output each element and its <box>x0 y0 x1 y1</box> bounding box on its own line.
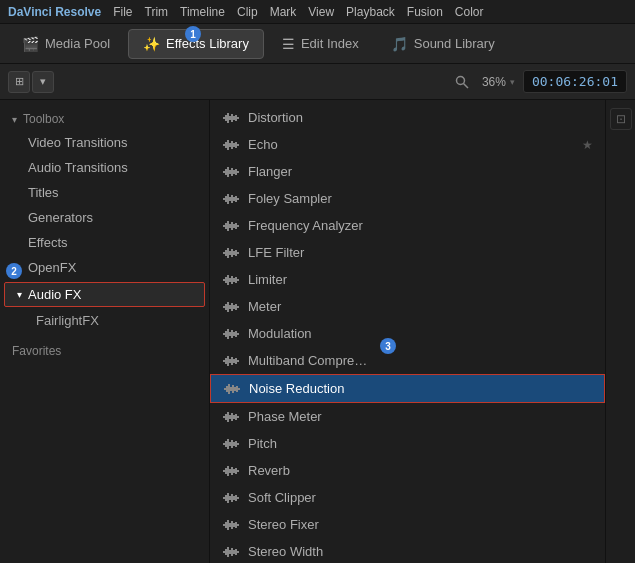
svg-rect-5 <box>229 116 231 120</box>
sidebar-item-video-transitions[interactable]: Video Transitions <box>0 130 209 155</box>
svg-rect-120 <box>235 495 237 501</box>
svg-rect-98 <box>223 443 225 445</box>
audio-fx-section[interactable]: ▾ Audio FX <box>4 282 205 307</box>
svg-rect-129 <box>237 524 239 526</box>
effect-item[interactable]: Meter <box>210 293 605 320</box>
panel-toggle: ⊞ ▾ <box>8 71 54 93</box>
tab-media-pool[interactable]: 🎬 Media Pool <box>8 30 124 58</box>
sidebar-item-openfx[interactable]: OpenFX <box>0 255 209 280</box>
svg-rect-134 <box>231 548 233 556</box>
panel-toggle-btn[interactable]: ⊞ <box>8 71 30 93</box>
effect-item[interactable]: Multiband Compre… <box>210 347 605 374</box>
menu-item-fusion[interactable]: Fusion <box>407 5 443 19</box>
menu-item-view[interactable]: View <box>308 5 334 19</box>
menu-item-mark[interactable]: Mark <box>270 5 297 19</box>
effect-item[interactable]: Frequency Analyzer <box>210 212 605 239</box>
effect-item[interactable]: Noise Reduction <box>210 374 605 403</box>
svg-rect-127 <box>233 523 235 527</box>
panel-chevron-btn[interactable]: ▾ <box>32 71 54 93</box>
effect-item[interactable]: Reverb <box>210 457 605 484</box>
svg-rect-22 <box>231 168 233 176</box>
svg-rect-118 <box>231 494 233 502</box>
svg-rect-29 <box>229 197 231 201</box>
effect-waveform-icon <box>222 138 240 152</box>
sound-library-icon: 🎵 <box>391 36 408 52</box>
svg-rect-132 <box>227 547 229 557</box>
effect-item[interactable]: Soft Clipper <box>210 484 605 511</box>
menu-item-color[interactable]: Color <box>455 5 484 19</box>
menu-item-trim[interactable]: Trim <box>145 5 169 19</box>
svg-rect-114 <box>223 497 225 499</box>
svg-rect-93 <box>229 415 231 419</box>
svg-rect-20 <box>227 167 229 177</box>
svg-rect-4 <box>227 113 229 123</box>
svg-rect-71 <box>233 332 235 336</box>
effect-waveform-icon <box>222 464 240 478</box>
effect-name: Frequency Analyzer <box>248 218 363 233</box>
sidebar-item-effects[interactable]: Effects <box>0 230 209 255</box>
svg-rect-55 <box>233 278 235 282</box>
svg-rect-91 <box>225 414 227 420</box>
svg-rect-131 <box>225 549 227 555</box>
svg-rect-63 <box>233 305 235 309</box>
star-icon[interactable]: ★ <box>582 138 593 152</box>
svg-rect-119 <box>233 496 235 500</box>
effect-item[interactable]: Echo★ <box>210 131 605 158</box>
menu-item-playback[interactable]: Playback <box>346 5 395 19</box>
effect-waveform-icon <box>222 246 240 260</box>
menu-item-davinci[interactable]: DaVinci Resolve <box>8 5 101 19</box>
svg-rect-32 <box>235 196 237 202</box>
svg-rect-90 <box>223 416 225 418</box>
right-panel-layout-icon[interactable]: ⊡ <box>610 108 632 130</box>
svg-rect-130 <box>223 551 225 553</box>
tab-media-pool-label: Media Pool <box>45 36 110 51</box>
effects-library-icon: ✨ <box>143 36 160 52</box>
menu-item-file[interactable]: File <box>113 5 132 19</box>
svg-rect-113 <box>237 470 239 472</box>
effect-item[interactable]: Distortion <box>210 104 605 131</box>
effects-list: Distortion Echo★ Flanger <box>210 100 605 563</box>
svg-rect-28 <box>227 194 229 204</box>
effect-item[interactable]: Stereo Width <box>210 538 605 563</box>
effect-item[interactable]: Flanger <box>210 158 605 185</box>
svg-rect-15 <box>233 143 235 147</box>
effect-waveform-icon <box>223 382 241 396</box>
audio-fx-chevron-icon: ▾ <box>17 289 22 300</box>
effect-name: Foley Sampler <box>248 191 332 206</box>
sidebar-item-audio-transitions[interactable]: Audio Transitions <box>0 155 209 180</box>
svg-rect-41 <box>237 225 239 227</box>
svg-rect-56 <box>235 277 237 283</box>
search-button[interactable] <box>450 70 474 94</box>
tab-sound-library[interactable]: 🎵 Sound Library <box>377 30 509 58</box>
svg-rect-21 <box>229 170 231 174</box>
svg-rect-100 <box>227 439 229 449</box>
svg-rect-59 <box>225 304 227 310</box>
effect-item[interactable]: Foley Sampler <box>210 185 605 212</box>
svg-line-1 <box>463 83 468 88</box>
menu-item-timeline[interactable]: Timeline <box>180 5 225 19</box>
svg-rect-65 <box>237 306 239 308</box>
zoom-value: 36% <box>482 75 506 89</box>
svg-rect-88 <box>236 386 238 392</box>
effect-item[interactable]: Limiter <box>210 266 605 293</box>
effect-name: Reverb <box>248 463 290 478</box>
tab-sound-library-label: Sound Library <box>414 36 495 51</box>
tab-edit-index[interactable]: ☰ Edit Index <box>268 30 373 58</box>
effect-item[interactable]: LFE Filter <box>210 239 605 266</box>
edit-index-icon: ☰ <box>282 36 295 52</box>
effect-name: Stereo Width <box>248 544 323 559</box>
toolbox-section[interactable]: ▾ Toolbox <box>0 108 209 130</box>
effect-item[interactable]: Phase Meter <box>210 403 605 430</box>
menu-item-clip[interactable]: Clip <box>237 5 258 19</box>
effect-item[interactable]: Pitch <box>210 430 605 457</box>
sidebar-item-titles[interactable]: Titles <box>0 180 209 205</box>
svg-rect-33 <box>237 198 239 200</box>
sidebar-item-fairlightfx[interactable]: FairlightFX <box>0 309 209 332</box>
effect-item[interactable]: Modulation <box>210 320 605 347</box>
effect-item[interactable]: Stereo Fixer <box>210 511 605 538</box>
svg-rect-101 <box>229 442 231 446</box>
sidebar-item-generators[interactable]: Generators <box>0 205 209 230</box>
svg-rect-109 <box>229 469 231 473</box>
svg-rect-84 <box>228 384 230 394</box>
svg-rect-66 <box>223 333 225 335</box>
